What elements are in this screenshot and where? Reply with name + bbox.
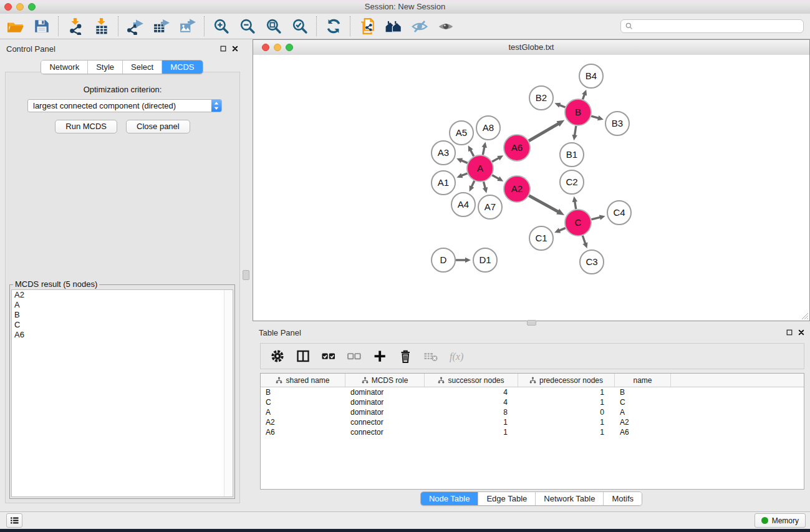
clone-network-button[interactable] [354,15,380,37]
table-cell[interactable]: A2 [261,417,345,427]
graph-edge-C-C4[interactable] [591,217,600,220]
tab-node-table[interactable]: Node Table [421,492,478,505]
zoom-out-button[interactable] [234,15,261,37]
deselect-all-rows-button[interactable] [342,346,365,367]
import-network-button[interactable] [62,15,89,37]
mcds-result-item[interactable]: C [12,320,233,330]
table-cell[interactable]: 1 [425,417,518,427]
column-header-predecessor-nodes[interactable]: predecessor nodes [518,374,615,387]
float-panel-icon[interactable] [219,45,227,52]
table-settings-button[interactable] [266,346,289,367]
import-table-button[interactable] [89,15,115,37]
graph-edge-C-C3[interactable] [582,236,586,244]
table-cell[interactable]: 8 [425,407,518,417]
home-button[interactable] [380,15,407,37]
resize-grip[interactable] [800,311,809,320]
graph-edge-C-C2[interactable] [575,201,576,209]
table-cell[interactable]: 1 [425,427,518,437]
table-row[interactable]: Cdominator41C [261,397,804,407]
graph-edge-B-B1[interactable] [574,126,576,136]
table-row[interactable]: A6connector11A6 [261,427,804,437]
graph-edge-A-A6[interactable] [492,158,499,162]
table-cell[interactable]: dominator [345,407,425,417]
table-cell[interactable]: 0 [518,407,615,417]
vertical-splitter-handle[interactable] [243,270,249,280]
table-cell[interactable]: C [615,397,671,407]
graph-edge-A-A5[interactable] [470,150,474,157]
table-cell[interactable]: A [615,407,671,417]
add-column-button[interactable] [368,346,391,367]
select-all-rows-button[interactable] [317,346,340,367]
tab-edge-table[interactable]: Edge Table [478,492,535,505]
table-row[interactable]: Bdominator41B [261,387,804,397]
table-cell[interactable]: 1 [518,397,615,407]
graph-edge-B-B2[interactable] [559,105,565,107]
tab-select[interactable]: Select [122,60,162,74]
column-header-name[interactable]: name [615,374,671,387]
table-row[interactable]: Adominator80A [261,407,804,417]
graph-edge-B-B3[interactable] [591,116,599,118]
table-cell[interactable]: B [261,387,345,397]
zoom-in-button[interactable] [208,15,234,37]
table-cell[interactable]: 1 [518,417,615,427]
table-cell[interactable]: B [615,387,671,397]
graph-edge-A-A7[interactable] [483,181,485,188]
column-header-successor-nodes[interactable]: successor nodes [425,374,518,387]
table-cell[interactable]: dominator [345,387,425,397]
search-input[interactable] [620,19,804,33]
mcds-result-item[interactable]: A [12,300,233,310]
tab-motifs[interactable]: Motifs [603,492,642,505]
mcds-result-item[interactable]: B [12,310,233,320]
column-header-shared-name[interactable]: shared name [261,374,345,387]
save-session-button[interactable] [29,15,55,37]
graph-edge-A-A1[interactable] [461,173,467,176]
tab-style[interactable]: Style [87,60,122,74]
column-header-MCDS-role[interactable]: MCDS role [345,374,425,387]
export-table-button[interactable] [148,15,175,37]
close-panel-icon[interactable] [798,329,805,336]
network-canvas[interactable]: B4B2BB3A8A5A6A3B1AC2A1A2A4A7C4CC1DD1C3 [253,55,809,321]
export-network-button[interactable] [122,15,148,37]
float-panel-icon[interactable] [786,329,793,336]
table-cell[interactable]: A6 [261,427,345,437]
export-image-button[interactable] [175,15,201,37]
run-mcds-button[interactable]: Run MCDS [55,120,117,133]
table-cell[interactable]: A6 [615,427,671,437]
table-row[interactable]: A2connector11A2 [261,417,804,427]
table-cell[interactable]: 4 [425,397,518,407]
graph-edge-A6-B[interactable] [529,123,559,141]
split-panel-button[interactable] [291,346,314,367]
graph-edge-A-A2[interactable] [492,175,499,179]
table-cell[interactable]: connector [345,417,425,427]
graph-edge-A-A3[interactable] [461,160,468,163]
tab-network-table[interactable]: Network Table [535,492,603,505]
refresh-button[interactable] [321,15,347,37]
tab-mcds[interactable]: MCDS [162,60,202,74]
table-cell[interactable]: connector [345,427,425,437]
graph-edge-A2-C[interactable] [529,196,559,212]
criterion-dropdown[interactable]: largest connected component (directed) [27,99,222,112]
memory-button[interactable]: Memory [755,513,806,528]
open-file-button[interactable] [2,15,29,37]
close-panel-icon[interactable] [231,45,239,52]
graph-edge-C-C1[interactable] [559,228,566,231]
hide-elements-button[interactable] [407,15,433,37]
tab-network[interactable]: Network [41,60,87,74]
show-elements-button[interactable] [433,15,459,37]
table-cell[interactable]: 4 [425,387,518,397]
delete-column-button[interactable] [393,346,417,367]
graph-edge-A-A8[interactable] [483,147,485,155]
scrollbar-track[interactable] [224,290,233,496]
mcds-result-item[interactable]: A6 [12,330,233,340]
zoom-fit-button[interactable] [261,15,287,37]
table-cell[interactable]: A [261,407,345,417]
close-panel-button[interactable]: Close panel [126,120,190,133]
zoom-selected-button[interactable] [287,15,313,37]
table-cell[interactable]: 1 [518,387,615,397]
table-cell[interactable]: 1 [518,427,615,437]
table-cell[interactable]: C [261,397,345,407]
graph-edge-A-A4[interactable] [471,181,475,187]
mcds-result-item[interactable]: A2 [12,290,233,300]
mcds-result-list[interactable]: A2ABCA6 [11,289,233,497]
table-cell[interactable]: A2 [615,417,671,427]
